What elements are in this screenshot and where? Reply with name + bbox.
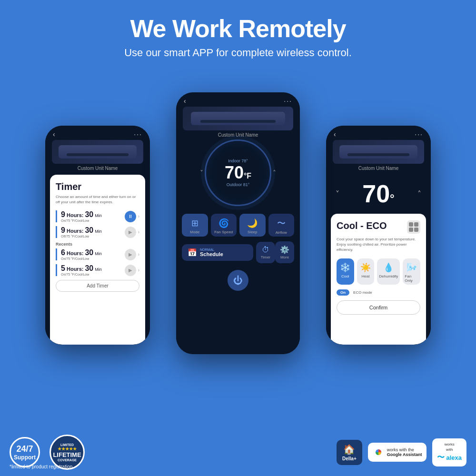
ac-unit-image-right	[333, 140, 424, 164]
della-label: Della+	[342, 456, 357, 461]
temp-dial: Indoor 78° 70°F Outdoor 81°	[205, 139, 271, 206]
alexa-badge: works with 〜 alexa	[432, 438, 466, 466]
power-button[interactable]: ⏻	[228, 270, 248, 291]
phone-right: ‹ ··· Custom Unit Name ˅ 70° ˄	[326, 126, 431, 345]
lifetime-line4: COVERAGE	[58, 458, 77, 462]
eco-toggle-row: On ECO mode	[337, 289, 420, 296]
timer-recent-play-1[interactable]: ▶	[125, 249, 136, 260]
alexa-logo: 〜 alexa	[437, 453, 462, 463]
more-icon[interactable]: ···	[134, 130, 142, 138]
page-header: We Work Remotely Use our smart APP for c…	[0, 0, 476, 64]
chevron-right-icon-2: ›	[138, 229, 139, 235]
chevron-right-icon-1: ›	[138, 214, 139, 219]
chevron-right-icon-4: ›	[138, 268, 139, 273]
mode-button[interactable]: ⊞ Mode	[182, 214, 208, 237]
phone-center-inner: ‹ ··· Custom Unit Name ˅ Indoor 78° 70°F…	[176, 92, 300, 354]
cool-icon: ❄️	[340, 262, 350, 273]
timer-icon: ⏱	[262, 246, 269, 254]
timer-item-2: 9 Hours: 30 Min Off/75 °F/Cool/Low ▶ ›	[56, 226, 139, 238]
fan-icon: 🌀	[218, 218, 229, 228]
timer-button[interactable]: ⏱ Timer	[256, 242, 275, 263]
sleep-label: Sleep	[248, 230, 257, 234]
more-icon-center[interactable]: ···	[284, 97, 292, 105]
phone-left: ‹ ··· Custom Unit Name Timer Choose an a…	[45, 126, 150, 345]
unit-name-left: Custom Unit Name	[45, 166, 150, 171]
back-arrow-icon-right[interactable]: ‹	[334, 130, 336, 138]
unit-name-center: Custom Unit Name	[176, 132, 300, 138]
temp-down-arrow[interactable]: ˅	[200, 169, 203, 177]
confirm-button[interactable]: Confirm	[337, 300, 420, 315]
outdoor-temp: Outdoor 81°	[227, 182, 250, 187]
lifetime-line1: LIMITED	[60, 443, 74, 446]
lifetime-line3: LIFETIME	[53, 451, 81, 458]
cool-label: Cool	[341, 274, 349, 278]
timer-item-1: 9 Hours: 30 Min On/75 °F/Cool/Low ⏸ ›	[56, 210, 139, 222]
timer-sub-1: On/75 °F/Cool/Low	[61, 219, 125, 222]
airflow-icon: 〜	[277, 218, 286, 229]
right-panel: Cool - ECO Cool your space down to your …	[331, 214, 426, 345]
mode-dehumidify-button[interactable]: 💧 Dehumidify	[377, 258, 400, 285]
timer-recent-play-2[interactable]: ▶	[125, 265, 136, 276]
schedule-type: NORMAL	[200, 248, 223, 251]
schedule-text: NORMAL Schedule	[200, 248, 223, 257]
della-badge: 🏠 Della+	[337, 440, 362, 465]
timer-desc: Choose an amount of time and either turn…	[56, 194, 139, 205]
phone-right-topbar: ‹ ···	[326, 126, 431, 140]
timer-panel: Timer Choose an amount of time and eithe…	[50, 175, 145, 345]
temp-down-arrow-right[interactable]: ˅	[336, 189, 339, 198]
grid-icon[interactable]	[407, 220, 420, 234]
fan-speed-button[interactable]: 🌀 Fan Speed	[211, 214, 237, 237]
airflow-button[interactable]: 〜 Airflow	[268, 214, 295, 237]
mode-cool-button[interactable]: ❄️ Cool	[337, 258, 354, 285]
phone-right-inner: ‹ ··· Custom Unit Name ˅ 70° ˄	[326, 126, 431, 345]
eco-modes: ❄️ Cool ☀️ Heat 💧 Dehumidify 🌬️ Fan Only	[337, 258, 420, 285]
power-btn-row: ⏻	[176, 266, 300, 296]
support-circle: 24/7 Support	[10, 437, 40, 467]
add-timer-button[interactable]: Add Timer	[56, 280, 139, 292]
timer-play-2[interactable]: ▶	[125, 227, 136, 238]
sleep-icon: 🌙	[247, 218, 258, 228]
google-assistant-badge: works with the Google Assistant	[368, 443, 427, 462]
back-arrow-icon-center[interactable]: ‹	[184, 97, 186, 105]
temperature-display: 70°F	[225, 164, 251, 181]
back-arrow-icon[interactable]: ‹	[53, 130, 55, 138]
timer-recent-sub-2: On/75 °F/Cool/Low	[61, 273, 125, 276]
dehumidify-icon: 💧	[383, 262, 394, 273]
mode-fanonly-button[interactable]: 🌬️ Fan Only	[403, 258, 420, 285]
mode-icon: ⊞	[191, 218, 198, 228]
page-subtitle: Use our smart APP for complete wireless …	[10, 47, 466, 59]
fanonly-label: Fan Only	[405, 274, 418, 283]
schedule-icon: 📅	[188, 248, 197, 257]
phones-area: ‹ ··· Custom Unit Name Timer Choose an a…	[0, 64, 476, 359]
timer-recent-1: 6 Hours: 30 Min On/75 °F/Cool/Low ▶ ›	[56, 248, 139, 260]
schedule-button[interactable]: 📅 NORMAL Schedule	[182, 244, 253, 261]
temp-up-arrow[interactable]: ˄	[273, 169, 276, 177]
fanonly-icon: 🌬️	[407, 262, 417, 273]
eco-title: Cool - ECO	[337, 220, 387, 231]
phone-left-inner: ‹ ··· Custom Unit Name Timer Choose an a…	[45, 126, 150, 345]
della-icon: 🏠	[343, 444, 355, 455]
eco-header: Cool - ECO	[337, 220, 420, 234]
timer-play-1[interactable]: ⏸	[125, 211, 136, 222]
mode-heat-button[interactable]: ☀️ Heat	[357, 258, 375, 285]
phone-center-topbar: ‹ ···	[176, 92, 300, 107]
more-icon-right[interactable]: ···	[415, 130, 423, 138]
chevron-right-icon-3: ›	[138, 252, 139, 257]
support-badge: 24/7 Support	[10, 437, 40, 467]
temp-up-arrow-right[interactable]: ˄	[417, 189, 421, 198]
timer-recent-2: 5 Hours: 30 Min On/75 °F/Cool/Low ▶ ›	[56, 264, 139, 276]
phone-center: ‹ ··· Custom Unit Name ˅ Indoor 78° 70°F…	[176, 92, 300, 354]
more-button[interactable]: ⚙️ More	[275, 241, 294, 263]
timer-recent-hours-2: 5 Hours: 30 Min	[61, 264, 125, 273]
phone-left-topbar: ‹ ···	[45, 126, 150, 140]
timer-item-1-text: 9 Hours: 30 Min On/75 °F/Cool/Low	[61, 210, 125, 222]
dehumidify-label: Dehumidify	[379, 274, 398, 278]
timer-label: Timer	[261, 255, 270, 259]
footer-right-badges: 🏠 Della+ works with the Google Assistan	[337, 438, 466, 466]
sleep-button[interactable]: 🌙 Sleep	[239, 214, 266, 237]
timer-hours-2: 9 Hours: 30 Min	[61, 226, 125, 235]
eco-toggle[interactable]: On	[337, 289, 349, 296]
heat-icon: ☀️	[360, 262, 371, 273]
alexa-wave-icon: 〜	[437, 453, 445, 463]
support-247: 24/7	[16, 444, 33, 454]
